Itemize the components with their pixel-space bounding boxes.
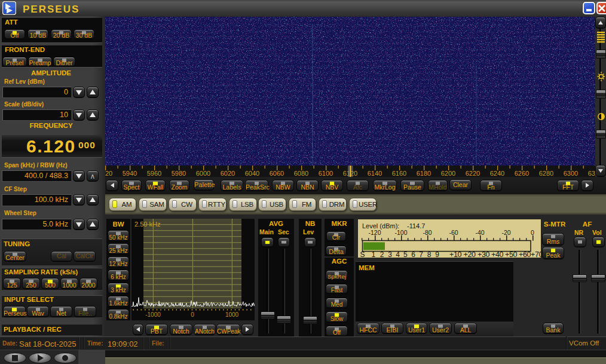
svg-text:+40: +40 [491, 250, 503, 259]
svg-text:6320: 6320 [588, 170, 595, 177]
svg-text:5920: 5920 [105, 170, 112, 177]
svg-text:6160: 6160 [392, 170, 406, 177]
svg-text:4: 4 [396, 250, 400, 259]
svg-text:7: 7 [419, 250, 423, 259]
svg-text:9: 9 [435, 250, 439, 259]
svg-text:6000: 6000 [196, 170, 210, 177]
svg-text:2: 2 [380, 250, 384, 259]
svg-text:0: 0 [191, 311, 194, 318]
svg-text:-40: -40 [475, 229, 484, 236]
svg-text:-100: -100 [394, 229, 407, 236]
svg-text:6280: 6280 [539, 170, 553, 177]
svg-text:5940: 5940 [123, 170, 137, 177]
svg-text:-60: -60 [449, 229, 458, 236]
svg-text:6080: 6080 [294, 170, 308, 177]
svg-text:-20: -20 [501, 229, 510, 236]
svg-text:6260: 6260 [515, 170, 529, 177]
svg-text:6020: 6020 [221, 170, 235, 177]
svg-text:6220: 6220 [466, 170, 480, 177]
svg-text:+30: +30 [478, 250, 489, 259]
svg-text:+20: +20 [463, 250, 475, 259]
svg-text:1: 1 [371, 250, 375, 259]
svg-text:5: 5 [403, 250, 408, 259]
svg-text:6100: 6100 [319, 170, 333, 177]
svg-text:1000: 1000 [225, 311, 239, 318]
svg-text:6060: 6060 [270, 170, 284, 177]
svg-text:6: 6 [411, 250, 415, 259]
svg-text:S: S [360, 250, 365, 259]
svg-text:6200: 6200 [441, 170, 455, 177]
svg-text:6240: 6240 [490, 170, 504, 177]
svg-text:+60: +60 [519, 250, 531, 259]
svg-text:-1000: -1000 [145, 311, 161, 318]
svg-text:6180: 6180 [417, 170, 431, 177]
svg-text:6140: 6140 [368, 170, 382, 177]
svg-text:3: 3 [388, 250, 392, 259]
svg-text:0: 0 [531, 229, 534, 236]
svg-text:8: 8 [427, 250, 431, 259]
svg-text:5980: 5980 [172, 170, 186, 177]
svg-text:+50: +50 [505, 250, 517, 259]
svg-text:6040: 6040 [245, 170, 259, 177]
svg-text:-80: -80 [423, 229, 431, 236]
svg-text:-120: -120 [368, 229, 381, 236]
svg-text:+10: +10 [449, 250, 461, 259]
svg-text:+70: +70 [531, 250, 543, 259]
svg-text:5960: 5960 [147, 170, 161, 177]
svg-text:6300: 6300 [564, 170, 578, 177]
